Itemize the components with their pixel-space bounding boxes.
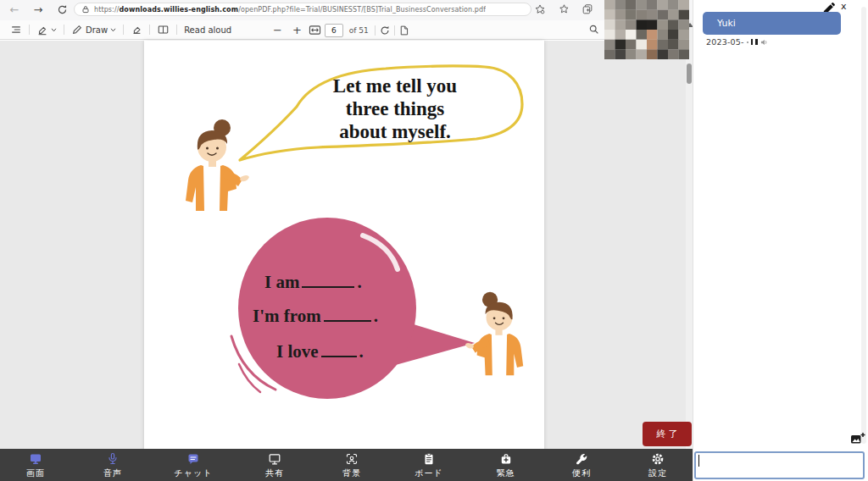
speech2-line2: I'm from. (253, 301, 378, 327)
read-aloud-label: Read aloud (184, 25, 231, 35)
browser-toolbar: ← → https://downloads.willies-english.co… (0, 0, 693, 21)
redacted-mark (751, 39, 754, 45)
fill-in-blank (302, 268, 354, 288)
board-icon (422, 452, 436, 466)
back-icon[interactable]: ← (7, 2, 22, 17)
toolbar-item-background[interactable]: 背景 (321, 452, 382, 479)
end-lesson-button[interactable]: 終了 (643, 422, 692, 446)
redacted-mark (747, 41, 748, 43)
speaker-icon (760, 39, 768, 46)
lesson-toolbar: 画面 音声 チャット 共有 (0, 449, 693, 481)
pdf-viewer: Let me tell you three things about mysel… (0, 41, 693, 481)
chat-message-sender: Yuki (717, 18, 736, 29)
toolbar-item-audio[interactable]: 音声 (82, 452, 143, 479)
toolbar-item-tools[interactable]: 便利 (551, 452, 612, 479)
eraser-icon[interactable] (126, 20, 147, 39)
lock-icon (81, 5, 90, 14)
message-timestamp: 2023-05- (706, 37, 744, 47)
chat-panel: x Yuki 2023-05- (693, 0, 868, 481)
chat-message-bubble[interactable]: Yuki (703, 12, 841, 35)
toolbar-item-board[interactable]: ボード (398, 452, 459, 479)
favorites-icon[interactable] (534, 3, 548, 17)
lesson-app-window: ← → https://downloads.willies-english.co… (0, 0, 868, 481)
woman-illustration-left (174, 118, 250, 213)
refresh-icon[interactable] (54, 2, 70, 17)
search-icon[interactable] (588, 24, 600, 36)
address-bar[interactable]: https://downloads.willies-english.com/op… (74, 3, 531, 16)
speech1-line3: about myself. (271, 120, 519, 143)
fill-in-blank (321, 337, 357, 357)
pdf-zoom-controls: − + 6 of 51 (270, 20, 409, 40)
url-text: https://downloads.willies-english.com/op… (94, 6, 486, 14)
forward-icon[interactable]: → (31, 2, 46, 17)
chat-scrollbar[interactable] (861, 7, 866, 444)
rotate-icon[interactable] (379, 25, 391, 36)
toolbar-item-emergency[interactable]: 緊急 (476, 452, 537, 479)
close-icon[interactable]: x (841, 1, 847, 12)
toolbar-item-screen[interactable]: 画面 (5, 452, 66, 479)
gear-icon (651, 452, 665, 466)
draw-label: Draw (86, 25, 108, 35)
screen-icon (29, 452, 42, 466)
speech1-line1: Let me tell you (271, 75, 519, 97)
fill-in-blank (324, 301, 371, 322)
page-view-icon[interactable] (153, 20, 174, 39)
draw-button[interactable]: Draw (67, 20, 120, 39)
scrollbar-track[interactable] (686, 20, 693, 449)
highlighter-icon[interactable] (32, 20, 61, 39)
chevron-down-icon (110, 28, 116, 32)
redacted-mark (755, 39, 758, 45)
microphone-icon (106, 452, 120, 466)
chat-icon (186, 452, 200, 466)
page-total-label: of 51 (349, 26, 369, 35)
webcam-video[interactable] (604, 0, 689, 59)
fit-to-width-icon[interactable] (309, 25, 321, 36)
toolbar-item-share[interactable]: 共有 (244, 452, 305, 479)
text-cursor (698, 455, 699, 467)
zoom-out-icon[interactable]: − (270, 24, 286, 36)
chat-input[interactable] (694, 451, 865, 479)
wrench-icon (575, 452, 588, 466)
speech1-line2: three things (271, 97, 519, 120)
table-of-contents-icon[interactable] (6, 20, 26, 39)
chevron-down-icon (51, 28, 57, 32)
toolbar-item-settings[interactable]: 設定 (627, 452, 688, 479)
woman-illustration-right (465, 290, 534, 377)
background-icon (345, 452, 359, 466)
speech2-line3: I love. (276, 337, 364, 362)
zoom-in-icon[interactable]: + (289, 24, 305, 36)
page-info-icon[interactable] (398, 25, 409, 36)
attach-image-icon[interactable] (850, 432, 865, 445)
toolbar-item-chat[interactable]: チャット (163, 452, 224, 479)
page-number-input[interactable]: 6 (325, 24, 343, 37)
collections-icon[interactable] (581, 3, 595, 17)
pen-icon (71, 24, 83, 36)
share-screen-icon (268, 452, 281, 466)
read-aloud-button[interactable]: Read aloud (180, 20, 236, 39)
chat-message-meta: 2023-05- (706, 37, 768, 47)
speech2-line1: I am. (264, 268, 362, 293)
pdf-page: Let me tell you three things about mysel… (144, 41, 544, 481)
scrollbar-thumb[interactable] (687, 64, 692, 84)
emergency-icon (499, 452, 513, 466)
speech-bubble-1-text: Let me tell you three things about mysel… (271, 75, 519, 143)
sidebar-icon[interactable] (558, 3, 571, 17)
